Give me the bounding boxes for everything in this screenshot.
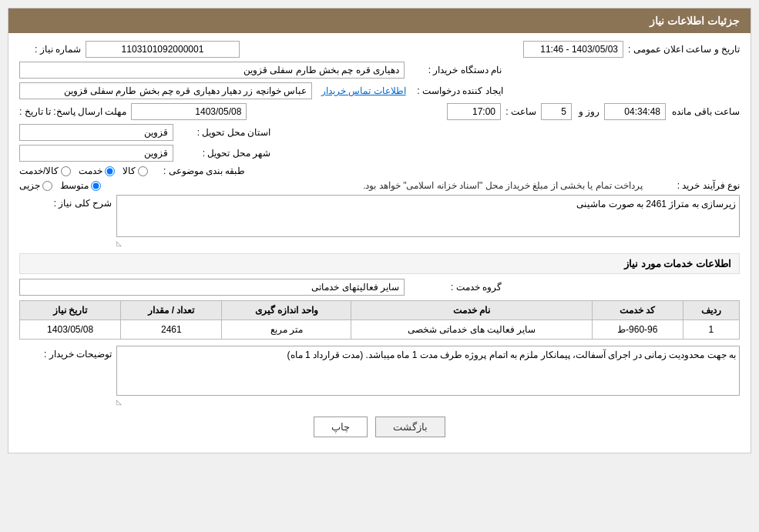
- col-date: تاریخ نیاز: [20, 301, 121, 320]
- navoe-label: نوع فرآیند خرید :: [647, 180, 740, 191]
- sharh-label: شرح کلی نیاز :: [19, 195, 112, 209]
- mohlat-saat-label: ساعت :: [505, 106, 536, 117]
- tabaqe-kala-khadamat-radio[interactable]: [61, 166, 71, 176]
- col-unit: واحد اندازه گیری: [222, 301, 351, 320]
- navoe-motavaset-radio[interactable]: [91, 181, 101, 191]
- mohlat-roz-input[interactable]: [541, 103, 572, 120]
- mohlat-saat-mande-label: ساعت باقی مانده: [670, 106, 740, 117]
- navoe-jozi-radio[interactable]: [42, 181, 52, 191]
- toseihaat-textarea[interactable]: به جهت محدودیت زمانی در اجرای آسفالت، پی…: [116, 346, 740, 396]
- ettelaat-link[interactable]: اطلاعات تماس خریدار: [321, 85, 406, 96]
- mohlat-date-input[interactable]: [131, 103, 247, 120]
- sharh-textarea[interactable]: زیرسازی به متراژ 2461 به صورت ماشینی: [116, 195, 740, 237]
- toseihaat-label: توضیحات خریدار :: [19, 346, 112, 360]
- navoe-motavaset-label[interactable]: متوسط: [60, 180, 101, 191]
- print-button[interactable]: چاپ: [314, 417, 368, 437]
- shomara-niaz-label: شماره نیاز :: [19, 44, 81, 55]
- shahr-label: شهر محل تحویل :: [178, 148, 270, 159]
- navoe-radio-group: متوسط جزیی: [19, 180, 101, 191]
- tabaqe-khadamat-radio[interactable]: [105, 166, 115, 176]
- services-table: ردیف کد خدمت نام خدمت واحد اندازه گیری ت…: [19, 300, 740, 340]
- tabaqe-kala-khadamat-label[interactable]: کالا/خدمت: [19, 166, 71, 176]
- cell-name: سایر فعالیت های خدماتی شخصی: [351, 320, 592, 340]
- gorohe-khadamat-label: گروه خدمت :: [409, 282, 502, 293]
- col-code: کد خدمت: [592, 301, 683, 320]
- cell-radif: 1: [683, 320, 739, 340]
- tabaqe-radio-group: کالا خدمت کالا/خدمت: [19, 166, 148, 176]
- col-count: تعداد / مقدار: [121, 301, 222, 320]
- btn-row: بازگشت چاپ: [19, 417, 740, 437]
- tarikhe-elam-input[interactable]: [523, 41, 623, 58]
- col-radif: ردیف: [683, 301, 739, 320]
- tabaqe-khadamat-label[interactable]: خدمت: [79, 166, 115, 176]
- page-title: جزئیات اطلاعات نیاز: [650, 15, 740, 27]
- page-header: جزئیات اطلاعات نیاز: [8, 8, 751, 33]
- table-row: 1 960-96-ط سایر فعالیت های خدماتی شخصی م…: [20, 320, 740, 340]
- mohlat-roz-label: روز و: [576, 106, 599, 117]
- shomara-niaz-input[interactable]: [86, 41, 240, 58]
- name-dastgah-input[interactable]: [19, 62, 405, 79]
- shahr-input[interactable]: [19, 145, 173, 162]
- tabaqe-kala-radio[interactable]: [138, 166, 148, 176]
- navoe-note: پرداخت تمام یا بخشی از مبلغ خریداز محل "…: [113, 180, 643, 191]
- tabaqe-kala-label[interactable]: کالا: [123, 166, 148, 176]
- ostan-label: استان محل تحویل :: [178, 127, 270, 138]
- tarikhe-elam-label: تاریخ و ساعت اعلان عمومی :: [628, 44, 740, 55]
- navoe-jozi-label[interactable]: جزیی: [19, 180, 52, 191]
- cell-unit: متر مربع: [222, 320, 351, 340]
- cell-code: 960-96-ط: [592, 320, 683, 340]
- cell-count: 2461: [121, 320, 222, 340]
- ijad-konande-input[interactable]: [19, 82, 312, 99]
- mohlat-saat-mande-input[interactable]: [604, 103, 666, 120]
- mohlat-label: مهلت ارسال پاسخ: تا تاریخ :: [19, 106, 126, 117]
- back-button[interactable]: بازگشت: [375, 417, 445, 437]
- tabaqe-label: طبقه بندی موضوعی :: [153, 166, 245, 176]
- ijad-konande-label: ایجاد کننده درخواست :: [411, 85, 503, 96]
- toseihaat-wrapper: به جهت محدودیت زمانی در اجرای آسفالت، پی…: [19, 346, 740, 406]
- services-section-title: اطلاعات خدمات مورد نیاز: [19, 253, 740, 274]
- mohlat-saat-input[interactable]: [447, 103, 501, 120]
- cell-date: 1403/05/08: [20, 320, 121, 340]
- sharh-wrapper: زیرسازی به متراژ 2461 به صورت ماشینی ◺ ش…: [19, 195, 740, 247]
- resize-icon-2: ◺: [116, 398, 740, 406]
- gorohe-khadamat-input[interactable]: [19, 279, 405, 296]
- col-name: نام خدمت: [351, 301, 592, 320]
- name-dastgah-label: نام دستگاه خریدار :: [409, 65, 502, 75]
- resize-icon: ◺: [116, 239, 740, 247]
- ostan-input[interactable]: [19, 124, 173, 141]
